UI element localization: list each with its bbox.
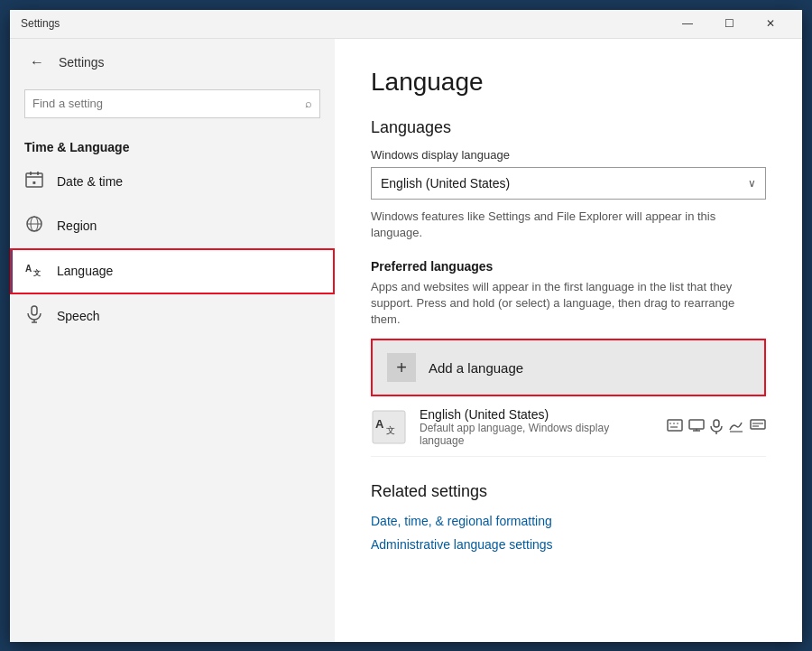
svg-text:A: A bbox=[25, 264, 32, 274]
handwriting-icon bbox=[728, 419, 744, 433]
maximize-button[interactable]: ☐ bbox=[708, 9, 750, 38]
sidebar-item-language[interactable]: A 文 Language bbox=[10, 248, 335, 294]
preferred-description: Apps and websites will appear in the fir… bbox=[371, 279, 766, 329]
svg-rect-21 bbox=[689, 420, 704, 429]
sidebar-item-speech[interactable]: Speech bbox=[10, 294, 335, 339]
display-language-helper: Windows features like Settings and File … bbox=[371, 209, 766, 241]
search-input[interactable] bbox=[32, 97, 305, 110]
minimize-button[interactable]: — bbox=[667, 9, 708, 38]
svg-rect-10 bbox=[32, 306, 37, 315]
display-language-dropdown[interactable]: English (United States) ∨ bbox=[371, 167, 766, 200]
settings-window: Settings — ☐ ✕ ← Settings ⌕ Time & Langu… bbox=[10, 10, 802, 642]
region-label: Region bbox=[57, 219, 97, 233]
speech-label: Speech bbox=[57, 309, 99, 323]
close-button[interactable]: ✕ bbox=[750, 9, 791, 38]
svg-rect-3 bbox=[37, 172, 39, 175]
admin-language-link[interactable]: Administrative language settings bbox=[371, 537, 766, 552]
titlebar: Settings — ☐ ✕ bbox=[10, 10, 802, 39]
svg-text:■: ■ bbox=[32, 180, 36, 185]
sidebar-item-date-time[interactable]: ■ Date & time bbox=[10, 160, 335, 204]
keyboard-icon bbox=[667, 419, 683, 432]
search-icon: ⌕ bbox=[305, 97, 312, 110]
svg-text:A: A bbox=[375, 417, 384, 431]
main-content: ← Settings ⌕ Time & Language ■ bbox=[10, 39, 802, 642]
search-box[interactable]: ⌕ bbox=[24, 89, 320, 118]
preferred-heading: Preferred languages bbox=[371, 259, 766, 274]
language-item-sub: Default app language, Windows display la… bbox=[420, 422, 654, 447]
svg-rect-16 bbox=[668, 420, 682, 431]
related-heading: Related settings bbox=[371, 482, 766, 501]
page-title: Language bbox=[371, 68, 766, 97]
sidebar-header: ← Settings bbox=[10, 39, 335, 82]
svg-text:文: 文 bbox=[386, 425, 395, 435]
speech-icon bbox=[24, 305, 44, 328]
date-time-icon: ■ bbox=[24, 171, 44, 193]
dropdown-arrow-icon: ∨ bbox=[748, 177, 756, 190]
language-item-info: English (United States) Default app lang… bbox=[420, 407, 654, 447]
languages-heading: Languages bbox=[371, 118, 766, 137]
svg-rect-2 bbox=[30, 172, 32, 175]
sidebar-item-region[interactable]: Region bbox=[10, 204, 335, 248]
text-speech-icon bbox=[750, 419, 766, 432]
language-item-icon: A 文 bbox=[371, 409, 407, 445]
language-features bbox=[667, 419, 766, 435]
window-title: Settings bbox=[21, 17, 667, 30]
region-icon bbox=[24, 215, 44, 237]
sidebar-app-title: Settings bbox=[59, 55, 105, 70]
svg-rect-24 bbox=[714, 420, 719, 427]
display-language-value: English (United States) bbox=[381, 176, 510, 191]
sidebar-section-label: Time & Language bbox=[10, 133, 335, 160]
svg-rect-27 bbox=[751, 420, 765, 429]
sidebar: ← Settings ⌕ Time & Language ■ bbox=[10, 39, 335, 642]
microphone-icon bbox=[710, 419, 723, 435]
date-time-label: Date & time bbox=[57, 174, 123, 189]
plus-icon: + bbox=[387, 353, 416, 382]
add-language-label: Add a language bbox=[429, 360, 523, 376]
language-item-name: English (United States) bbox=[420, 407, 654, 422]
back-button[interactable]: ← bbox=[24, 50, 50, 75]
main-panel: Language Languages Windows display langu… bbox=[335, 39, 802, 642]
display-language-label: Windows display language bbox=[371, 148, 766, 162]
date-regional-link[interactable]: Date, time, & regional formatting bbox=[371, 514, 766, 528]
window-controls: — ☐ ✕ bbox=[667, 9, 791, 38]
display-icon bbox=[688, 419, 705, 432]
language-item-en-us[interactable]: A 文 English (United States) Default app … bbox=[371, 398, 766, 457]
svg-text:文: 文 bbox=[33, 268, 41, 277]
add-language-button[interactable]: + Add a language bbox=[371, 339, 766, 396]
language-icon: A 文 bbox=[24, 259, 44, 284]
language-label: Language bbox=[57, 264, 113, 278]
